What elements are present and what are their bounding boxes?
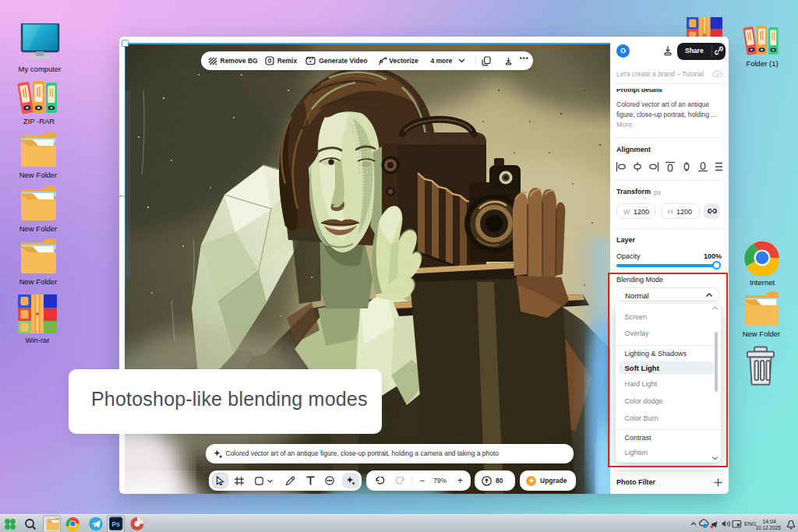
svg-text:Ps: Ps [111, 520, 120, 528]
svg-text:10.12.2025: 10.12.2025 [755, 525, 781, 530]
svg-text:ENG: ENG [744, 521, 756, 527]
svg-text:14:04: 14:04 [762, 519, 776, 524]
